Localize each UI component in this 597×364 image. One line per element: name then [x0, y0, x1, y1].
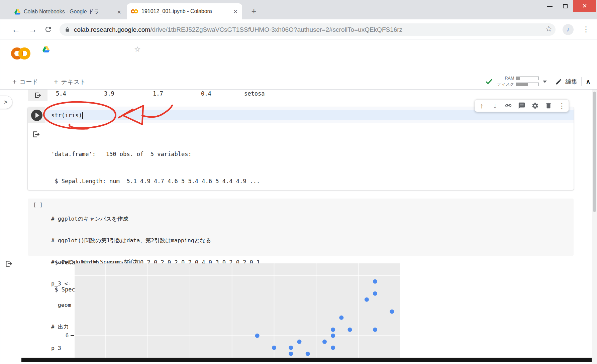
ram-bar — [516, 77, 539, 80]
colab-header: 191012_001.ipynb ☆ ファイル 編集 表示 挿入 ランタイム ツ… — [0, 39, 597, 75]
move-cell-up-button[interactable]: ↑ — [476, 100, 488, 111]
tab-title: 191012_001.ipynb - Colabora — [141, 8, 229, 14]
add-code-button[interactable]: + コード — [12, 78, 38, 86]
table-cell: setosa — [244, 90, 265, 97]
text-cursor — [82, 112, 83, 119]
y-axis-tick-mark — [71, 335, 74, 336]
drive-favicon-icon — [14, 9, 20, 15]
output-icon — [4, 259, 13, 268]
minimize-button[interactable] — [542, 0, 558, 12]
cell-run-prompt[interactable]: [ ] — [33, 202, 43, 208]
colab-favicon-icon — [131, 9, 138, 14]
table-cell: 5.4 — [56, 90, 66, 97]
resources-dropdown-icon[interactable] — [543, 81, 547, 83]
close-icon: ✕ — [582, 2, 587, 10]
add-code-label: コード — [20, 78, 38, 86]
maximize-icon — [563, 4, 568, 8]
cell-gutter — [28, 107, 45, 123]
column-ruler — [317, 201, 317, 251]
url-path: /drive/1tbREJ52ZgSwaVCsGT1SSfUHMO-3xh06O… — [150, 26, 402, 33]
edit-label: 編集 — [565, 78, 577, 86]
scrollbar-thumb[interactable] — [593, 92, 596, 212]
browser-menu-icon[interactable]: ⋮ — [582, 24, 590, 34]
bookmark-star-icon[interactable]: ☆ — [545, 24, 553, 34]
move-cell-down-button[interactable]: ↓ — [489, 100, 501, 111]
extension-icon[interactable]: ♪ — [563, 24, 574, 35]
ram-label: RAM — [505, 76, 514, 81]
address-bar[interactable]: colab.research.google.com/drive/1tbREJ52… — [60, 23, 556, 36]
run-cell-button[interactable] — [31, 110, 42, 121]
back-button[interactable]: ← — [12, 24, 20, 34]
resource-cluster: RAM ディスク 編集 ∧ — [485, 76, 591, 87]
plus-icon: + — [12, 78, 17, 86]
output-icon — [34, 91, 42, 99]
output-icon — [32, 130, 40, 139]
divider — [581, 77, 582, 86]
output-line: 'data.frame': 150 obs. of 5 variables: — [51, 150, 342, 159]
scatter-plot-panel — [75, 263, 400, 358]
delete-cell-button[interactable] — [542, 100, 555, 111]
table-cell: 0.4 — [201, 90, 211, 97]
colab-logo-icon[interactable] — [10, 46, 31, 61]
divider — [551, 77, 551, 86]
table-cell: 1.7 — [153, 90, 163, 97]
tab-close-icon[interactable]: × — [116, 9, 122, 15]
favorite-star-icon[interactable]: ☆ — [134, 45, 141, 54]
table-cell: 3.9 — [104, 90, 114, 97]
code-text: str(iris) — [51, 112, 82, 119]
new-tab-button[interactable]: + — [248, 6, 259, 17]
copy-link-button[interactable] — [502, 100, 514, 111]
close-button[interactable]: ✕ — [573, 0, 596, 12]
add-comment-button[interactable] — [516, 100, 528, 111]
code-cell-selected: str(iris) 'data.frame': 150 obs. of 5 va… — [28, 107, 574, 190]
url-domain: colab.research.google.com — [74, 26, 150, 33]
browser-window: Colab Notebooks - Google ドラ × 191012_001… — [0, 0, 597, 364]
more-actions-button[interactable]: ⋮ — [556, 100, 568, 111]
tab-drive[interactable]: Colab Notebooks - Google ドラ × — [10, 4, 126, 19]
forward-button[interactable]: → — [28, 24, 37, 34]
minimize-icon — [547, 6, 553, 7]
edit-mode-button[interactable]: 編集 — [555, 78, 577, 86]
cell-toolbar: ↑ ↓ ⋮ — [475, 99, 569, 112]
cell-settings-button[interactable] — [529, 100, 541, 111]
notebook-content: > 5.4 3.9 1.7 0.4 setosa str(iris) — [0, 90, 597, 364]
maximize-button[interactable] — [558, 0, 573, 12]
resource-meters: RAM ディスク — [497, 76, 539, 87]
code-line: # ggplot()関数の第1引数はdata、第2引数はmappingとなる — [51, 237, 314, 244]
plus-icon: + — [54, 78, 58, 86]
drive-file-icon — [42, 46, 49, 52]
code-line: # ggplotのキャンバスを作成 — [51, 215, 314, 223]
reload-button[interactable] — [44, 25, 52, 33]
collapse-header-button[interactable]: ∧ — [586, 78, 591, 86]
tab-colab[interactable]: 191012_001.ipynb - Colabora × — [127, 3, 242, 19]
pencil-icon — [555, 78, 562, 85]
y-axis-tick-label: 6 — [60, 333, 69, 339]
ram-bar-fill — [516, 77, 520, 80]
lock-icon — [65, 27, 70, 32]
tab-title: Colab Notebooks - Google ドラ — [24, 8, 113, 15]
browser-titlebar: Colab Notebooks - Google ドラ × 191012_001… — [0, 0, 597, 19]
output-gutter — [28, 90, 47, 101]
tab-close-icon[interactable]: × — [233, 8, 238, 15]
add-text-label: テキスト — [61, 78, 86, 86]
scatter-plot — [75, 263, 400, 358]
disk-label: ディスク — [497, 82, 514, 87]
disk-bar-fill — [516, 83, 528, 86]
add-text-button[interactable]: + テキスト — [54, 78, 86, 86]
code-cell: [ ] # ggplotのキャンバスを作成 # ggplot()関数の第1引数は… — [28, 199, 574, 256]
disk-bar — [516, 83, 539, 86]
output-line: $ Sepal.Length: num 5.1 4.9 4.7 4.6 5 5.… — [51, 177, 342, 186]
code-line[interactable]: str(iris) — [51, 110, 83, 120]
page-scrollbar[interactable] — [592, 90, 597, 364]
connected-check-icon — [485, 78, 493, 86]
bottom-black-bar — [21, 358, 592, 362]
sidebar-toggle-button[interactable]: > — [0, 96, 12, 109]
